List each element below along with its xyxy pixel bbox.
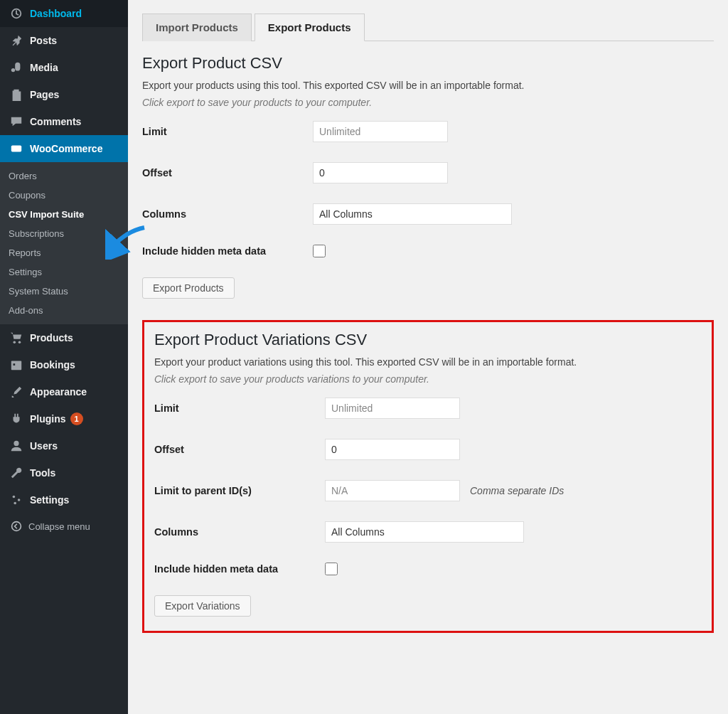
tab-import-products[interactable]: Import Products — [142, 14, 252, 41]
section-title: Export Product Variations CSV — [154, 331, 702, 349]
submenu-settings[interactable]: Settings — [0, 262, 128, 282]
wrench-icon — [9, 466, 24, 480]
export-products-button[interactable]: Export Products — [142, 277, 235, 299]
menu-comments[interactable]: Comments — [0, 108, 128, 135]
parent-ids-help: Comma separate IDs — [470, 485, 564, 496]
collapse-menu[interactable]: Collapse menu — [0, 513, 128, 539]
submenu-addons[interactable]: Add-ons — [0, 301, 128, 320]
menu-tools[interactable]: Tools — [0, 459, 128, 486]
columns-label: Columns — [142, 208, 313, 220]
export-variations-button[interactable]: Export Variations — [154, 595, 251, 617]
submenu-reports[interactable]: Reports — [0, 243, 128, 262]
hidden-meta-checkbox[interactable] — [325, 563, 338, 575]
hidden-meta-label: Include hidden meta data — [154, 563, 325, 575]
menu-appearance[interactable]: Appearance — [0, 378, 128, 405]
menu-label: Tools — [30, 467, 55, 479]
menu-pages[interactable]: Pages — [0, 81, 128, 108]
parent-ids-input[interactable] — [325, 480, 460, 501]
woo-icon — [9, 142, 24, 156]
svg-point-6 — [13, 496, 16, 499]
limit-label: Limit — [142, 126, 313, 137]
menu-media[interactable]: Media — [0, 54, 128, 81]
offset-label: Offset — [142, 167, 313, 178]
limit-input[interactable] — [325, 398, 460, 419]
cart-icon — [9, 331, 24, 345]
menu-label: Pages — [30, 89, 59, 100]
calendar-icon — [9, 358, 24, 372]
menu-label: Comments — [30, 116, 81, 127]
hidden-meta-checkbox[interactable] — [313, 245, 326, 257]
pages-icon — [9, 87, 24, 102]
menu-label: Bookings — [30, 359, 75, 371]
svg-point-7 — [18, 499, 21, 501]
hidden-meta-label: Include hidden meta data — [142, 245, 313, 257]
plug-icon — [9, 412, 24, 426]
submenu-csv-import-suite[interactable]: CSV Import Suite — [0, 205, 128, 224]
parent-ids-label: Limit to parent ID(s) — [154, 485, 325, 496]
export-variations-section: Export Product Variations CSV Export you… — [142, 320, 714, 633]
section-title: Export Product CSV — [142, 54, 714, 73]
pin-icon — [9, 33, 24, 48]
menu-label: Settings — [30, 494, 69, 506]
collapse-label: Collapse menu — [28, 521, 90, 532]
user-icon — [9, 439, 24, 453]
tab-export-products[interactable]: Export Products — [255, 14, 365, 41]
menu-users[interactable]: Users — [0, 432, 128, 459]
limit-label: Limit — [154, 403, 325, 414]
svg-point-2 — [14, 341, 16, 344]
menu-plugins[interactable]: Plugins 1 — [0, 405, 128, 432]
svg-rect-4 — [11, 361, 21, 371]
sliders-icon — [9, 493, 24, 507]
svg-point-5 — [14, 441, 18, 446]
columns-input[interactable] — [313, 203, 512, 225]
section-hint: Click export to save your products varia… — [154, 373, 702, 385]
section-desc: Export your product variations using thi… — [154, 356, 702, 368]
svg-point-3 — [18, 341, 21, 344]
svg-point-8 — [14, 502, 16, 505]
submenu-coupons[interactable]: Coupons — [0, 186, 128, 205]
main-content: Import Products Export Products Export P… — [128, 0, 728, 714]
menu-label: Appearance — [30, 386, 87, 398]
offset-input[interactable] — [325, 439, 460, 460]
menu-products[interactable]: Products — [0, 324, 128, 351]
menu-woocommerce[interactable]: WooCommerce — [0, 135, 128, 162]
collapse-icon — [9, 521, 24, 532]
section-desc: Export your products using this tool. Th… — [142, 80, 714, 91]
offset-label: Offset — [154, 444, 325, 455]
update-badge: 1 — [70, 412, 83, 425]
limit-input[interactable] — [313, 121, 448, 142]
columns-input[interactable] — [325, 521, 524, 543]
svg-point-9 — [12, 522, 21, 531]
media-icon — [9, 60, 24, 75]
menu-bookings[interactable]: Bookings — [0, 351, 128, 378]
tab-bar: Import Products Export Products — [142, 13, 714, 41]
menu-settings[interactable]: Settings — [0, 486, 128, 513]
menu-label: Media — [30, 62, 58, 73]
submenu-subscriptions[interactable]: Subscriptions — [0, 224, 128, 243]
section-hint: Click export to save your products to yo… — [142, 97, 714, 108]
menu-label: Products — [30, 332, 73, 343]
menu-label: WooCommerce — [30, 143, 102, 154]
comment-icon — [9, 114, 24, 129]
brush-icon — [9, 385, 24, 399]
submenu-orders[interactable]: Orders — [0, 166, 128, 186]
submenu-system-status[interactable]: System Status — [0, 282, 128, 301]
menu-label: Users — [30, 440, 58, 452]
menu-dashboard[interactable]: Dashboard — [0, 0, 128, 27]
svg-rect-1 — [11, 146, 21, 152]
offset-input[interactable] — [313, 162, 448, 183]
menu-label: Plugins — [30, 413, 66, 425]
export-product-section: Export Product CSV Export your products … — [142, 54, 714, 299]
svg-point-0 — [11, 68, 15, 72]
menu-label: Dashboard — [30, 8, 82, 19]
woo-submenu: Orders Coupons CSV Import Suite Subscrip… — [0, 162, 128, 324]
admin-sidebar: Dashboard Posts Media Pages Comments — [0, 0, 128, 714]
columns-label: Columns — [154, 526, 325, 538]
dashboard-icon — [9, 6, 24, 21]
menu-label: Posts — [30, 35, 57, 46]
menu-posts[interactable]: Posts — [0, 27, 128, 54]
